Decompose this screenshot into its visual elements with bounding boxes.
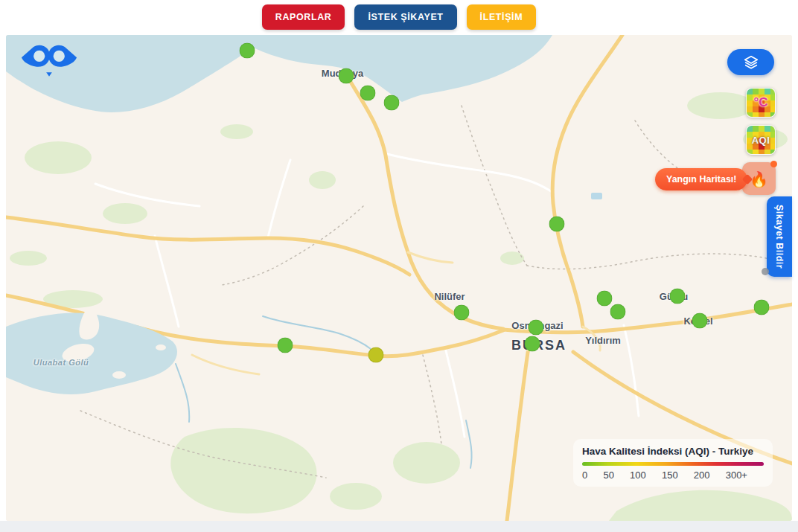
- legend-title: Hava Kalitesi İndeksi (AQI) - Turkiye: [582, 446, 764, 457]
- complaint-tab-label: Şikayet Bildir: [774, 205, 785, 269]
- map-label: Uluabat Gölü: [33, 358, 89, 367]
- bottom-strip: [0, 521, 798, 532]
- aqi-marker[interactable]: [529, 320, 544, 336]
- aqi-marker[interactable]: [754, 300, 770, 315]
- legend-tick: 150: [662, 469, 678, 481]
- app-logo[interactable]: [21, 42, 77, 81]
- complaint-report-tab[interactable]: Şikayet Bildir: [767, 196, 792, 277]
- legend-tick: 0: [582, 469, 587, 481]
- eyes-logo-icon: [21, 42, 77, 78]
- aqi-marker[interactable]: [360, 86, 376, 101]
- layers-icon: [743, 54, 759, 71]
- aqi-layer-label: AQI: [747, 126, 775, 154]
- aqi-marker[interactable]: [368, 347, 384, 363]
- temperature-layer-button[interactable]: °C: [746, 88, 776, 118]
- aqi-marker[interactable]: [670, 289, 686, 304]
- legend-tick: 100: [630, 469, 646, 481]
- iletisim-button[interactable]: İLETİŞİM: [467, 4, 537, 30]
- map-label: Yıldırım: [585, 335, 621, 346]
- aqi-marker[interactable]: [549, 217, 565, 232]
- map-layers-button[interactable]: [727, 49, 774, 75]
- drag-handle-dot: [762, 268, 769, 275]
- legend-gradient-bar: [582, 462, 764, 466]
- aqi-marker[interactable]: [454, 305, 470, 321]
- legend-tick: 50: [603, 469, 613, 481]
- raporlar-button[interactable]: RAPORLAR: [262, 4, 345, 30]
- aqi-marker[interactable]: [692, 313, 708, 329]
- topbar: RAPORLARİSTEK ŞİKAYETİLETİŞİM: [0, 0, 798, 35]
- aqi-marker[interactable]: [610, 304, 626, 320]
- fire-icon: 🔥: [750, 171, 768, 188]
- aqi-layer-button[interactable]: AQI: [746, 125, 776, 155]
- legend-tick: 200: [694, 469, 710, 481]
- aqi-marker[interactable]: [240, 43, 255, 59]
- aqi-marker[interactable]: [339, 68, 354, 84]
- fire-map-tooltip: Yangın Haritası!: [655, 168, 747, 190]
- temperature-layer-label: °C: [747, 89, 775, 117]
- aqi-marker[interactable]: [597, 291, 613, 307]
- aqi-legend: Hava Kalitesi İndeksi (AQI) - Turkiye 05…: [573, 439, 773, 487]
- aqi-marker[interactable]: [525, 336, 540, 352]
- istek-sikayet-button[interactable]: İSTEK ŞİKAYET: [354, 4, 456, 30]
- legend-tick: 300+: [726, 469, 747, 481]
- aqi-marker[interactable]: [384, 95, 400, 111]
- aqi-marker[interactable]: [278, 338, 293, 353]
- topbar-buttons: RAPORLARİSTEK ŞİKAYETİLETİŞİM: [262, 4, 536, 30]
- legend-ticks: 050100150200300+: [582, 469, 764, 481]
- fire-tooltip-label: Yangın Haritası!: [666, 174, 736, 185]
- map-label: Nilüfer: [434, 291, 465, 302]
- notification-badge: [770, 161, 777, 167]
